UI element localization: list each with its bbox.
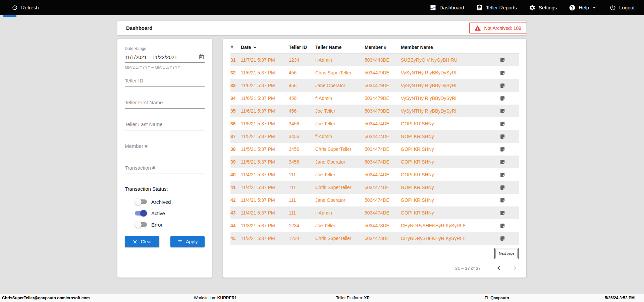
receipt-note-button[interactable] [500,83,519,88]
receipt-note-button[interactable] [500,236,519,241]
note-icon [500,121,505,127]
toggle-active-label: Active [151,210,165,216]
clear-button[interactable]: Clear [125,236,159,247]
cell-member-number: 5034479DE [365,83,401,88]
cell-member-name: GOPI KRISHNy [401,134,500,139]
member-number-input[interactable] [125,141,205,152]
date-range-field[interactable]: 11/1/2021 – 11/22/2021 [125,52,205,63]
cell-member-name: VySyNTHy R yBByDySyRI [401,83,500,88]
nav-dashboard[interactable]: Dashboard [430,4,464,11]
note-icon [500,223,505,229]
cell-member-number: 5034474DE [365,185,401,190]
clear-button-label: Clear [141,239,152,244]
table-body: 3111/7/21 5:37 PM1234fi Admin5034443DESU… [230,54,519,245]
table-row[interactable]: 3111/7/21 5:37 PM1234fi Admin5034443DESU… [230,54,519,66]
previous-page-chevron-icon[interactable] [495,264,503,272]
dashboard-icon [430,4,436,11]
receipt-note-button[interactable] [500,96,519,101]
apply-button[interactable]: Apply [170,236,205,247]
toggle-archived[interactable]: Archived [135,198,205,205]
calendar-icon[interactable] [199,54,205,60]
cell-member-number: 5034473DE [365,236,401,241]
receipt-note-button[interactable] [500,134,519,139]
note-icon [500,159,505,165]
receipt-note-button[interactable] [500,185,519,190]
table-row[interactable]: 3611/5/21 5:37 PM3456Joe Teller5034474DE… [230,117,519,130]
toggle-active[interactable]: Active [135,210,205,217]
cell-teller-id: 3456 [289,121,315,126]
cell-teller-id: 456 [289,108,315,114]
teller-last-name-input[interactable] [125,119,205,130]
receipt-note-button[interactable] [500,172,519,178]
nav-settings[interactable]: Settings [529,4,557,11]
main-content: Dashboard Not Archived: 109 Date Range 1… [117,21,526,278]
cell-teller-id: 111 [289,185,315,190]
column-header-date[interactable]: Date [241,44,289,50]
refresh-button[interactable]: Refresh [11,4,39,11]
table-row[interactable]: 4511/3/21 5:37 PM1234Chris SuperTeller50… [230,232,519,245]
receipt-note-button[interactable] [500,146,519,152]
receipt-note-button[interactable] [500,108,519,114]
table-row[interactable]: 3411/6/21 5:37 PM456fi Admin5034479DEVyS… [230,92,519,105]
table-row[interactable]: 4311/4/21 5:37 PM111fi Admin5034474DEGOP… [230,206,519,219]
table-row[interactable]: 4411/3/21 5:37 PM1234Joe Teller5034473DE… [230,219,519,232]
settings-gear-icon [529,4,536,11]
note-icon [500,57,505,63]
column-header-number[interactable]: # [230,45,241,50]
receipt-note-button[interactable] [500,223,519,229]
toggle-error[interactable]: Error [135,221,205,228]
cell-member-name: VySyNTHy R yBByDySyRI [401,96,500,101]
row-number: 33 [230,83,241,88]
error-switch[interactable] [135,221,147,228]
row-number: 36 [230,121,241,126]
nav-help[interactable]: Help [569,4,597,11]
column-header-teller-id[interactable]: Teller ID [289,45,315,50]
cell-teller-name: Chris SuperTeller [315,185,365,190]
active-switch[interactable] [135,210,147,217]
table-row[interactable]: 4211/4/21 5:37 PM111Jane Operator5034474… [230,194,519,206]
table-row[interactable]: 3211/6/21 5:37 PM456Chris SuperTeller503… [230,66,519,79]
column-header-teller-name[interactable]: Teller Name [315,45,365,50]
cell-date: 11/3/21 5:37 PM [241,223,289,228]
nav-teller-reports[interactable]: Teller Reports [476,4,517,11]
footer-workstation: Workstation: KURRER1 [194,296,237,300]
row-number: 38 [230,146,241,152]
receipt-note-button[interactable] [500,210,519,216]
receipt-note-button[interactable] [500,121,519,127]
row-number: 31 [230,57,241,63]
table-row[interactable]: 3311/6/21 5:37 PM456Jane Operator5034479… [230,79,519,92]
cell-teller-id: 456 [289,70,315,75]
table-row[interactable]: 3511/6/21 5:37 PM456Joe Teller5034479DEV… [230,105,519,117]
table-row[interactable]: 4111/4/21 5:37 PM111Chris SuperTeller503… [230,181,519,194]
cell-teller-id: 3456 [289,146,315,152]
receipt-note-button[interactable] [500,70,519,76]
transaction-number-input[interactable] [125,163,205,174]
status-footer: ChrisSuperTeller@qaxpauto.onmicrosoft.co… [0,294,644,302]
table-row[interactable]: 4011/4/21 5:37 PM111Joe Teller5034474DEG… [230,168,519,181]
receipt-note-button[interactable] [500,57,519,63]
column-header-member-number[interactable]: Member # [365,45,401,50]
archived-switch[interactable] [135,198,147,205]
table-row[interactable]: 3911/5/21 5:37 PM3456Jane Operator503447… [230,156,519,168]
cell-member-number: 5034474DE [365,121,401,126]
cell-teller-name: Chris SuperTeller [315,236,365,241]
pagination-bar: 31 – 37 of 37 [230,264,519,272]
teller-first-name-input[interactable] [125,98,205,109]
cell-member-number: 5034474DE [365,172,401,177]
receipt-note-button[interactable] [500,159,519,165]
column-header-member-name[interactable]: Member Name [401,45,500,50]
teller-id-input[interactable] [125,76,205,87]
row-number: 43 [230,210,241,216]
cell-member-number: 5034474DE [365,210,401,216]
table-row[interactable]: 3811/5/21 5:37 PM3456Chris SuperTeller50… [230,143,519,156]
next-page-button[interactable]: Next page [495,249,518,258]
not-archived-badge[interactable]: Not Archived: 109 [469,22,526,34]
note-icon [500,185,505,190]
table-row[interactable]: 3711/5/21 5:37 PM3456fi Admin5034474DEGO… [230,130,519,143]
receipt-note-button[interactable] [500,197,519,203]
nav-logout[interactable]: Logout [609,4,635,11]
refresh-icon [11,4,18,11]
column-header-date-label: Date [241,45,251,50]
cell-teller-id: 111 [289,210,315,216]
row-number: 45 [230,236,241,241]
